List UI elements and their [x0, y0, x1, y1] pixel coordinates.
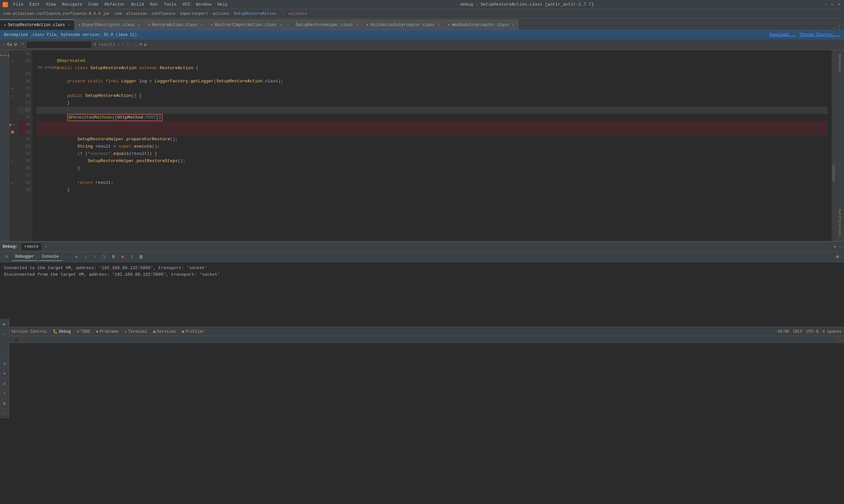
breadcrumb-class[interactable]: SetupRestoreAction: [234, 12, 277, 16]
menu-tools[interactable]: Tools: [161, 1, 179, 7]
gutter-27: [9, 100, 16, 107]
run-to-cursor-button[interactable]: ⤵: [100, 253, 108, 261]
tab-abstract-import-action[interactable]: ● AbstractImportAction.class ✕: [207, 19, 286, 30]
menu-file[interactable]: File: [11, 1, 26, 7]
search-prev-icon[interactable]: ↑: [3, 42, 5, 47]
maximize-button[interactable]: ☐: [830, 2, 835, 7]
step-into-button[interactable]: ↓: [82, 253, 90, 261]
mute-breakpoints-button[interactable]: ☽: [128, 253, 136, 261]
terminal-button[interactable]: ▸ Terminal: [122, 328, 150, 335]
debug-header: Debug: remote ✕ ⚙ —: [0, 242, 844, 252]
debug-trash-icon[interactable]: 🗑: [1, 399, 8, 407]
debug-step-out-icon[interactable]: ↑: [1, 350, 8, 358]
debug-lightning-icon[interactable]: ⚡: [1, 409, 8, 417]
debug-step-over-icon[interactable]: ↷: [1, 330, 8, 338]
stop-button[interactable]: ■: [119, 253, 126, 261]
database-label[interactable]: Database: [837, 51, 843, 74]
project-icon[interactable]: Project: [1, 51, 8, 59]
step-over-button[interactable]: ↩: [72, 253, 81, 261]
breadcrumb-part-5[interactable]: actions: [213, 12, 229, 16]
scrollbar[interactable]: [831, 50, 835, 241]
fold-icon-35[interactable]: ▵: [12, 159, 14, 163]
code-line-23: private static final Logger log = Logger…: [36, 71, 828, 78]
restore-layout-button[interactable]: ⊞: [833, 253, 841, 261]
line-ending-indicator[interactable]: CRLF: [793, 329, 803, 334]
menu-edit[interactable]: Edit: [27, 1, 42, 7]
clear-console-button[interactable]: 🗑: [137, 253, 145, 261]
breadcrumb-part-3[interactable]: confluence: [152, 12, 175, 16]
console-tab[interactable]: Console: [39, 253, 62, 261]
notifications-label[interactable]: Notifications: [837, 206, 843, 240]
menu-help[interactable]: Help: [214, 1, 230, 7]
debug-settings-button[interactable]: ⚙: [834, 244, 837, 249]
menu-refactor[interactable]: Refactor: [102, 1, 127, 7]
tab-export-descriptor[interactable]: ● ExportDescriptor.class ✕: [74, 19, 144, 30]
menu-build[interactable]: Build: [128, 1, 147, 7]
menu-navigate[interactable]: Navigate: [59, 1, 85, 7]
step-out-button[interactable]: ↑: [91, 253, 99, 261]
tab-restore-action[interactable]: ● RestoreAction.class ✕: [144, 19, 207, 30]
debug-minimize-button[interactable]: —: [839, 245, 841, 249]
close-button[interactable]: ✕: [837, 2, 841, 7]
search-in-selection[interactable]: ⬛: [133, 42, 137, 47]
debugger-tab[interactable]: Debugger: [12, 253, 38, 261]
profiler-button[interactable]: ◉ Profiler: [179, 328, 207, 335]
tabs-overflow-button[interactable]: ⌄: [833, 24, 836, 30]
debug-session-tab[interactable]: remote: [21, 243, 42, 250]
tab-websudo-interceptor[interactable]: ● WebSudoInterceptor.class ✕: [444, 19, 519, 30]
fold-icon-22[interactable]: ▾: [12, 59, 14, 63]
debug-dot-icon[interactable]: ●: [1, 389, 8, 397]
gutter: ▾ ▾ ▵ ▾: [9, 50, 16, 241]
menu-window[interactable]: Window: [193, 1, 214, 7]
search-next-button[interactable]: ↓: [117, 42, 120, 47]
case-sensitive-button[interactable]: Cc: [7, 42, 13, 47]
menu-code[interactable]: Code: [86, 1, 101, 7]
todo-button[interactable]: ≡ TODO: [74, 329, 93, 335]
fold-icon-25[interactable]: ▾: [12, 87, 14, 91]
debug-print-icon[interactable]: 🖨: [1, 379, 8, 388]
fold-icon-26[interactable]: ▵: [12, 94, 14, 98]
search-options-button[interactable]: ⬛: [126, 42, 131, 47]
menu-vcs[interactable]: VCS: [180, 1, 192, 7]
search-prev-button2[interactable]: ↑: [122, 42, 124, 47]
debug-restart-button[interactable]: ⟳: [3, 253, 11, 261]
tabs-menu-button[interactable]: ⋮: [837, 24, 841, 30]
version-control-button[interactable]: ⎇ Version Control: [3, 328, 49, 335]
pause-program-button[interactable]: ⏸: [109, 253, 117, 261]
code-line-34: SetupRestoreHelper.postRestoreSteps();: [36, 150, 828, 158]
problems-button[interactable]: ● Problems: [93, 329, 121, 335]
breadcrumb-part-0[interactable]: com.atlassian.confluence_confluence-8.6.…: [3, 12, 110, 16]
debug-resume-icon[interactable]: ▶: [1, 320, 8, 328]
encoding-indicator[interactable]: UTF-8: [806, 329, 818, 334]
services-button[interactable]: ◉ Services: [151, 328, 179, 335]
filter-button[interactable]: ⊡: [144, 42, 147, 48]
search-input[interactable]: [26, 41, 92, 49]
search-more-options[interactable]: ≡: [139, 42, 142, 47]
regex-button[interactable]: .*: [19, 42, 24, 47]
indent-indicator[interactable]: 4 spaces: [822, 329, 841, 334]
tab-setup-restore-helper[interactable]: ⚫ SetupRestoreHelper.class ✕: [286, 19, 363, 30]
choose-sources-link[interactable]: Choose Sources...: [800, 33, 840, 37]
breakpoint-indicator[interactable]: [11, 130, 14, 134]
breadcrumb-part-4[interactable]: importexport: [180, 12, 208, 16]
breadcrumb-part-1[interactable]: com: [115, 12, 122, 16]
whole-word-button[interactable]: W: [14, 42, 17, 47]
menu-run[interactable]: Run: [148, 1, 160, 7]
debug-button[interactable]: 🐛 Debug: [50, 328, 73, 335]
breadcrumb-method[interactable]: ⚫ validate: [280, 11, 307, 16]
tab-validation-interceptor[interactable]: ● ValidationInterceptor.class ✕: [362, 19, 444, 30]
fold-icon-38[interactable]: ▵: [12, 181, 14, 185]
debug-pause-icon[interactable]: ⏸: [1, 360, 8, 367]
debug-stop-icon[interactable]: ■: [1, 370, 8, 378]
debug-step-in-icon[interactable]: ↓: [1, 340, 8, 348]
fold-icon-30[interactable]: ▾: [13, 123, 15, 127]
gutter-38: ▵: [9, 179, 16, 186]
window-title: debug - SetupRestoreAction.class [antlr_…: [230, 2, 824, 7]
download-link[interactable]: Download...: [770, 33, 795, 37]
debug-session-close[interactable]: ✕: [45, 244, 47, 249]
menu-view[interactable]: View: [43, 1, 58, 7]
tab-setup-restore-action[interactable]: ● SetupRestoreAction.class ✕: [0, 19, 74, 30]
breadcrumb-part-2[interactable]: atlassian: [126, 12, 148, 16]
minimize-button[interactable]: —: [824, 2, 828, 7]
line-col-indicator[interactable]: 49:86: [777, 329, 789, 334]
